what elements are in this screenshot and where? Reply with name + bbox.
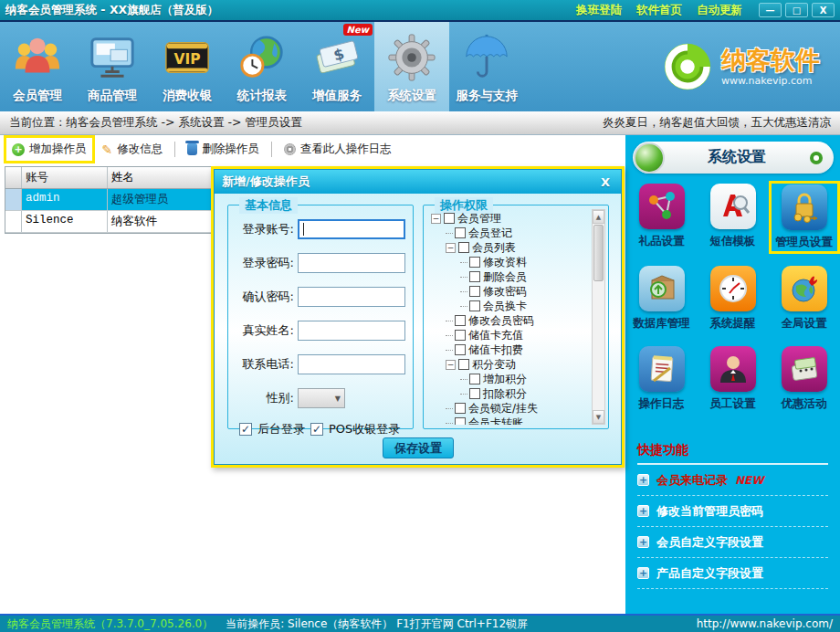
grid-item-sms-template[interactable]: 短信模板 [698,181,769,254]
add-operator-label: 增加操作员 [29,142,87,157]
login-password-label: 登录密码: [228,255,294,271]
table-row[interactable]: admin 超级管理员 [5,189,212,211]
tree-item[interactable]: 修改会员密码 [446,313,590,328]
tree-checkbox[interactable] [455,344,466,355]
grid-item-operation-log[interactable]: 操作日志 [626,343,698,415]
grid-item-staff-settings[interactable]: 员工设置 [698,343,769,415]
confirm-password-input[interactable] [298,287,405,307]
close-button[interactable]: X [812,3,835,17]
real-name-input[interactable] [298,321,405,341]
tree-checkbox[interactable] [469,374,480,384]
tree-checkbox[interactable] [455,330,466,341]
nav-item-support[interactable]: 服务与支持 [449,22,524,111]
grid-item-global-settings[interactable]: 全局设置 [769,263,840,334]
status-url[interactable]: http://www.nakevip.com/ [697,617,833,630]
tree-expander-icon[interactable]: − [446,360,456,370]
tree-checkbox[interactable] [458,242,469,253]
statusbar: 纳客会员管理系统（7.3.7.0_7.05.26.0） 当前操作员: Silen… [0,614,840,632]
login-account-input[interactable] [298,219,405,239]
tree-checkbox[interactable] [455,403,466,414]
tree-item[interactable]: 会员锁定/挂失 [446,401,590,416]
tree-checkbox[interactable] [469,300,480,311]
view-logs-button[interactable]: 查看此人操作日志 [278,138,397,161]
operator-dialog: 新增/修改操作员 X 基本信息 登录账号: 登录密码: [214,169,622,465]
nav-item-members[interactable]: 会员管理 [0,22,75,111]
tree-item[interactable]: 扣除积分 [460,386,590,401]
scrollbar-thumb[interactable] [593,225,604,281]
basic-info-group: 基本信息 登录账号: 登录密码: 确认密码: [227,205,414,429]
grid-item-promotions[interactable]: 优惠活动 [769,343,840,415]
delete-operator-button[interactable]: 删除操作员 [182,138,265,161]
shift-login-link[interactable]: 换班登陆 [576,3,622,18]
tree-item[interactable]: 储值卡充值 [446,328,590,342]
backend-login-checkbox[interactable]: ✓ [239,423,252,436]
tree-item[interactable]: 会员卡转账 [446,416,590,425]
members-icon [13,30,62,85]
scroll-up-icon[interactable]: ▲ [593,210,604,224]
tree-item-label: 修改会员密码 [468,313,534,329]
tree-checkbox[interactable] [469,286,480,297]
tree-scrollbar[interactable]: ▲ ▼ [592,209,605,425]
grid-item-database[interactable]: 数据库管理 [626,263,698,334]
nav-item-products[interactable]: 商品管理 [75,22,150,111]
toolbar-separator [174,142,175,157]
nav-item-value-services[interactable]: New $ 增值服务 [299,22,374,111]
tree-checkbox[interactable] [455,417,466,425]
settings-grid: 礼品设置 短信模板 管理员设置 [625,181,840,415]
login-password-input[interactable] [298,253,405,273]
row-selector[interactable] [5,211,22,232]
grid-item-gift-settings[interactable]: 礼品设置 [626,181,698,254]
gender-select[interactable]: ▼ [298,388,345,408]
quick-item-member-calls[interactable]: + 会员来电记录 NEW [637,465,828,496]
tree-checkbox[interactable] [469,257,480,268]
promo-message: 炎炎夏日，纳客超值大回馈，五大优惠送清凉 [603,115,831,131]
edit-info-label: 修改信息 [117,142,163,157]
tree-item[interactable]: 删除会员 [460,269,590,284]
minimize-button[interactable]: — [759,3,782,17]
nav-item-label: 增值服务 [312,88,362,104]
tree-checkbox[interactable] [444,213,455,224]
tree-checkbox[interactable] [469,271,480,282]
tree-item[interactable]: −积分变动 [446,357,590,372]
grid-item-admin-settings[interactable]: 管理员设置 [769,181,840,254]
table-row[interactable]: Silence 纳客软件 [5,211,212,233]
row-selector[interactable] [5,189,22,210]
auto-update-link[interactable]: 自动更新 [697,3,742,18]
quick-item-member-custom-fields[interactable]: + 会员自定义字段设置 [637,527,828,558]
grid-item-reminder[interactable]: 系统提醒 [698,263,769,334]
tree-checkbox[interactable] [455,315,466,326]
add-operator-button[interactable]: + 增加操作员 [6,138,92,161]
tree-checkbox[interactable] [455,227,466,238]
tree-expander-icon[interactable]: − [446,243,456,253]
tree-item[interactable]: −会员列表 [446,240,590,255]
tree-item[interactable]: 储值卡扣费 [446,342,590,357]
tree-item[interactable]: 增加积分 [460,372,590,386]
dialog-titlebar[interactable]: 新增/修改操作员 X [215,170,621,194]
quick-item-change-password[interactable]: + 修改当前管理员密码 [637,496,828,527]
maximize-button[interactable]: □ [785,3,808,17]
sms-template-icon [710,184,756,229]
tree-item[interactable]: −会员管理 [431,211,590,226]
software-home-link[interactable]: 软件首页 [636,3,682,18]
nav-item-reports[interactable]: 统计报表 [225,22,299,111]
nav-item-system-settings[interactable]: 系统设置 [374,22,449,111]
save-settings-button[interactable]: 保存设置 [383,437,454,458]
tree-item[interactable]: 修改密码 [460,284,590,299]
tree-item[interactable]: 会员登记 [446,226,590,240]
tree-item[interactable]: 修改资料 [460,255,590,269]
tree-item-label: 会员登记 [468,226,512,241]
dialog-close-icon[interactable]: X [597,175,614,189]
quick-item-product-custom-fields[interactable]: + 产品自定义字段设置 [637,558,828,589]
gift-molecule-icon [639,184,685,229]
pos-login-checkbox[interactable]: ✓ [310,423,323,436]
tree-expander-icon[interactable]: − [431,214,441,224]
contact-phone-input[interactable] [298,354,405,374]
breadcrumb: 当前位置：纳客会员管理系统 -> 系统设置 -> 管理员设置 [9,115,302,131]
tree-item[interactable]: 会员换卡 [460,299,590,313]
grid-item-label: 员工设置 [710,396,756,412]
scroll-down-icon[interactable]: ▼ [593,410,604,424]
nav-item-cashier[interactable]: VIP 消费收银 [150,22,225,111]
tree-checkbox[interactable] [458,359,469,370]
edit-info-button[interactable]: ✎ 修改信息 [97,138,169,161]
tree-checkbox[interactable] [469,388,480,399]
